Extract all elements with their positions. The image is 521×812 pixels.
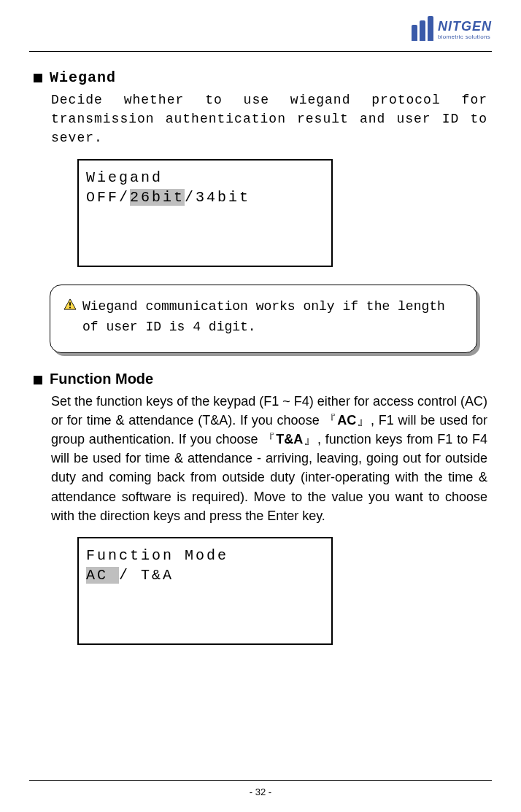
section-title-function-mode: Function Mode	[50, 371, 153, 387]
logo-tagline: biometric solutions	[438, 34, 492, 40]
warning-triangle-icon	[63, 298, 77, 310]
page-number: - 32 -	[29, 786, 492, 797]
lcd-display-function-mode: Function Mode AC / T&A	[77, 537, 333, 645]
warning-box: Wiegand communication works only if the …	[50, 285, 477, 353]
logo-brand: NITGEN	[438, 20, 492, 33]
section-body-wiegand: Decide whether to use wiegand protocol f…	[51, 90, 487, 147]
lcd-line: Function Mode	[86, 546, 324, 565]
svg-rect-2	[69, 307, 71, 309]
bullet-icon	[34, 74, 42, 82]
warning-text: Wiegand communication works only if the …	[82, 297, 463, 338]
lcd-line: AC / T&A	[86, 565, 324, 585]
lcd-selected: 26bit	[130, 189, 185, 206]
section-body-function-mode: Set the function keys of the keypad (F1 …	[51, 392, 487, 525]
lcd-line: Wiegand	[86, 168, 324, 187]
svg-rect-1	[69, 303, 71, 306]
footer-divider	[29, 780, 492, 781]
lcd-display-wiegand: Wiegand OFF/26bit/34bit	[77, 159, 333, 267]
header-logo: NITGEN biometric solutions	[29, 15, 492, 45]
logo-bars-icon	[412, 19, 433, 41]
lcd-line: OFF/26bit/34bit	[86, 187, 324, 207]
section-title-wiegand: Wiegand	[50, 69, 116, 86]
lcd-selected: AC	[86, 567, 119, 584]
bullet-icon	[34, 376, 42, 384]
